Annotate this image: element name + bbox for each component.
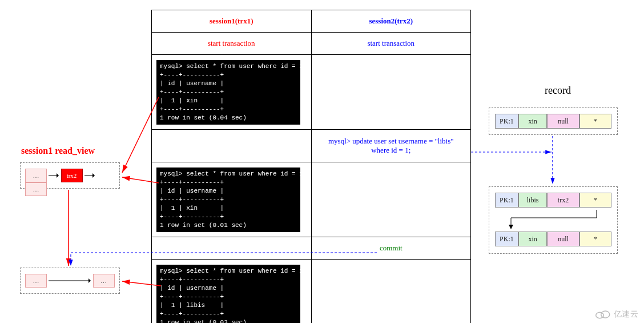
svg-marker-1: [57, 173, 59, 178]
trx1-start: start transaction: [208, 39, 255, 47]
rec1-trx: null: [547, 114, 579, 129]
rec1-pk: PK:1: [495, 114, 518, 129]
rec2-ptr: *: [579, 193, 611, 208]
rec3-trx: null: [547, 232, 579, 246]
rec1-ptr: *: [579, 114, 611, 129]
rec2-pk: PK:1: [495, 193, 518, 208]
rv1-b: trx2: [61, 169, 83, 182]
record-version-new: PK:1 libis trx2 *: [495, 193, 611, 208]
row-select-3: mysql> select * from user where id = 1; …: [152, 260, 471, 324]
rec3-ptr: *: [579, 232, 611, 246]
svg-marker-5: [88, 278, 91, 283]
row-commit: commit: [152, 237, 471, 260]
terminal-select-2: mysql> select * from user where id = 1; …: [156, 168, 300, 232]
row-start-transaction: start transaction start transaction: [152, 33, 471, 55]
svg-point-14: [601, 311, 610, 318]
rv2-b: …: [93, 274, 115, 288]
trx2-update-line2: where id = 1;: [371, 146, 410, 154]
svg-marker-3: [92, 173, 95, 178]
trx2-commit: commit: [380, 244, 402, 252]
row-update: mysql> update user set username = "libis…: [152, 130, 471, 162]
cloud-icon: [594, 309, 611, 320]
col1-header: session1(trx1): [210, 17, 253, 25]
rec3-name: xin: [518, 232, 548, 246]
rv2-a: …: [25, 274, 47, 288]
sessions-table: session1(trx1) session2(trx2) start tran…: [151, 10, 471, 323]
watermark-text: 亿速云: [614, 309, 639, 318]
diagram-canvas: session1(trx1) session2(trx2) start tran…: [0, 0, 644, 323]
record-title: record: [545, 85, 571, 97]
row-select-2: mysql> select * from user where id = 1; …: [152, 162, 471, 237]
terminal-select-1: mysql> select * from user where id = 1; …: [156, 60, 300, 125]
trx2-start: start transaction: [367, 39, 414, 47]
rec1-name: xin: [518, 114, 548, 129]
read-view-title: session1 read_view: [21, 146, 95, 156]
record-version-old: PK:1 xin null *: [495, 232, 611, 246]
rec2-name: libis: [518, 193, 548, 208]
terminal-select-3: mysql> select * from user where id = 1; …: [156, 265, 300, 324]
rec3-pk: PK:1: [495, 232, 518, 246]
row-select-1: mysql> select * from user where id = 1; …: [152, 55, 471, 130]
rv1-c: …: [25, 182, 47, 196]
read-view-box-2: … …: [20, 268, 120, 294]
rv1-a: …: [25, 169, 47, 182]
trx2-update-line1: mysql> update user set username = "libis…: [328, 137, 454, 145]
roll-pointer-arrow-icon: [495, 208, 612, 229]
col2-header: session2(trx2): [369, 17, 413, 25]
watermark: 亿速云: [594, 309, 638, 320]
record-box-1: PK:1 xin null *: [489, 107, 618, 135]
rec2-trx: trx2: [547, 193, 579, 208]
record-box-2: PK:1 libis trx2 * PK:1 xin null *: [489, 186, 618, 254]
svg-marker-6: [509, 225, 513, 229]
read-view-box-1: … trx2 …: [20, 162, 120, 189]
table-header-row: session1(trx1) session2(trx2): [152, 10, 471, 33]
